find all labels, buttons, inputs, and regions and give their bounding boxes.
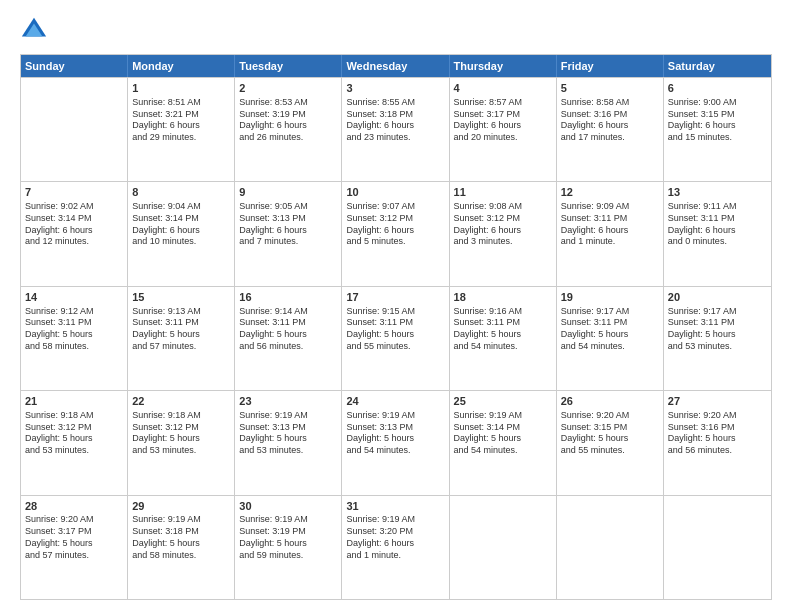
calendar-cell: 21Sunrise: 9:18 AMSunset: 3:12 PMDayligh…: [21, 391, 128, 494]
cell-text: Sunset: 3:14 PM: [454, 422, 552, 434]
cell-text: and 5 minutes.: [346, 236, 444, 248]
calendar-header-day: Monday: [128, 55, 235, 77]
day-number: 21: [25, 394, 123, 409]
day-number: 13: [668, 185, 767, 200]
cell-text: Sunset: 3:18 PM: [132, 526, 230, 538]
cell-text: Sunrise: 9:19 AM: [132, 514, 230, 526]
calendar-header-day: Friday: [557, 55, 664, 77]
day-number: 3: [346, 81, 444, 96]
cell-text: Daylight: 6 hours: [25, 225, 123, 237]
cell-text: Daylight: 6 hours: [454, 120, 552, 132]
cell-text: Sunset: 3:13 PM: [239, 213, 337, 225]
cell-text: Sunset: 3:21 PM: [132, 109, 230, 121]
cell-text: and 55 minutes.: [346, 341, 444, 353]
calendar: SundayMondayTuesdayWednesdayThursdayFrid…: [20, 54, 772, 600]
day-number: 4: [454, 81, 552, 96]
cell-text: Daylight: 5 hours: [25, 329, 123, 341]
cell-text: Sunrise: 9:04 AM: [132, 201, 230, 213]
cell-text: Daylight: 5 hours: [668, 433, 767, 445]
cell-text: and 56 minutes.: [239, 341, 337, 353]
logo-icon: [20, 16, 48, 44]
day-number: 31: [346, 499, 444, 514]
calendar-header-day: Sunday: [21, 55, 128, 77]
day-number: 15: [132, 290, 230, 305]
cell-text: and 29 minutes.: [132, 132, 230, 144]
cell-text: Sunset: 3:20 PM: [346, 526, 444, 538]
calendar-row: 28Sunrise: 9:20 AMSunset: 3:17 PMDayligh…: [21, 495, 771, 599]
calendar-cell: 7Sunrise: 9:02 AMSunset: 3:14 PMDaylight…: [21, 182, 128, 285]
cell-text: Sunset: 3:11 PM: [239, 317, 337, 329]
day-number: 12: [561, 185, 659, 200]
cell-text: Sunrise: 9:20 AM: [561, 410, 659, 422]
header: [20, 16, 772, 44]
cell-text: Sunrise: 9:20 AM: [668, 410, 767, 422]
cell-text: Sunrise: 8:58 AM: [561, 97, 659, 109]
day-number: 6: [668, 81, 767, 96]
cell-text: and 59 minutes.: [239, 550, 337, 562]
cell-text: Daylight: 6 hours: [561, 120, 659, 132]
cell-text: Sunrise: 9:08 AM: [454, 201, 552, 213]
cell-text: Sunset: 3:13 PM: [346, 422, 444, 434]
cell-text: Sunrise: 8:55 AM: [346, 97, 444, 109]
cell-text: Daylight: 5 hours: [132, 433, 230, 445]
cell-text: and 58 minutes.: [132, 550, 230, 562]
day-number: 20: [668, 290, 767, 305]
cell-text: Sunrise: 8:53 AM: [239, 97, 337, 109]
cell-text: Daylight: 5 hours: [239, 538, 337, 550]
cell-text: Sunset: 3:12 PM: [132, 422, 230, 434]
cell-text: Daylight: 5 hours: [346, 329, 444, 341]
calendar-cell: 27Sunrise: 9:20 AMSunset: 3:16 PMDayligh…: [664, 391, 771, 494]
calendar-row: 21Sunrise: 9:18 AMSunset: 3:12 PMDayligh…: [21, 390, 771, 494]
calendar-cell: 17Sunrise: 9:15 AMSunset: 3:11 PMDayligh…: [342, 287, 449, 390]
cell-text: Sunrise: 9:18 AM: [25, 410, 123, 422]
cell-text: Sunset: 3:18 PM: [346, 109, 444, 121]
cell-text: Sunset: 3:15 PM: [561, 422, 659, 434]
day-number: 2: [239, 81, 337, 96]
day-number: 11: [454, 185, 552, 200]
cell-text: Daylight: 5 hours: [25, 538, 123, 550]
cell-text: Daylight: 5 hours: [668, 329, 767, 341]
calendar-cell: 4Sunrise: 8:57 AMSunset: 3:17 PMDaylight…: [450, 78, 557, 181]
cell-text: Sunset: 3:12 PM: [25, 422, 123, 434]
cell-text: Sunset: 3:11 PM: [25, 317, 123, 329]
calendar-row: 1Sunrise: 8:51 AMSunset: 3:21 PMDaylight…: [21, 77, 771, 181]
cell-text: Sunset: 3:14 PM: [132, 213, 230, 225]
day-number: 1: [132, 81, 230, 96]
day-number: 25: [454, 394, 552, 409]
cell-text: Sunset: 3:17 PM: [25, 526, 123, 538]
calendar-cell: 11Sunrise: 9:08 AMSunset: 3:12 PMDayligh…: [450, 182, 557, 285]
cell-text: Sunset: 3:19 PM: [239, 109, 337, 121]
cell-text: Sunrise: 9:09 AM: [561, 201, 659, 213]
calendar-cell: 16Sunrise: 9:14 AMSunset: 3:11 PMDayligh…: [235, 287, 342, 390]
day-number: 8: [132, 185, 230, 200]
cell-text: Daylight: 6 hours: [132, 225, 230, 237]
day-number: 28: [25, 499, 123, 514]
calendar-cell: 23Sunrise: 9:19 AMSunset: 3:13 PMDayligh…: [235, 391, 342, 494]
cell-text: Sunrise: 9:18 AM: [132, 410, 230, 422]
cell-text: Daylight: 5 hours: [454, 329, 552, 341]
cell-text: Sunset: 3:14 PM: [25, 213, 123, 225]
day-number: 23: [239, 394, 337, 409]
cell-text: and 20 minutes.: [454, 132, 552, 144]
cell-text: Sunrise: 9:15 AM: [346, 306, 444, 318]
cell-text: Daylight: 5 hours: [561, 433, 659, 445]
calendar-cell: [21, 78, 128, 181]
cell-text: and 17 minutes.: [561, 132, 659, 144]
cell-text: Sunrise: 9:19 AM: [239, 514, 337, 526]
calendar-cell: 24Sunrise: 9:19 AMSunset: 3:13 PMDayligh…: [342, 391, 449, 494]
calendar-cell: 15Sunrise: 9:13 AMSunset: 3:11 PMDayligh…: [128, 287, 235, 390]
calendar-cell: 2Sunrise: 8:53 AMSunset: 3:19 PMDaylight…: [235, 78, 342, 181]
cell-text: and 53 minutes.: [668, 341, 767, 353]
calendar-row: 7Sunrise: 9:02 AMSunset: 3:14 PMDaylight…: [21, 181, 771, 285]
day-number: 26: [561, 394, 659, 409]
calendar-cell: 14Sunrise: 9:12 AMSunset: 3:11 PMDayligh…: [21, 287, 128, 390]
cell-text: Sunrise: 9:02 AM: [25, 201, 123, 213]
cell-text: and 56 minutes.: [668, 445, 767, 457]
cell-text: Sunset: 3:12 PM: [454, 213, 552, 225]
cell-text: Sunset: 3:19 PM: [239, 526, 337, 538]
calendar-cell: [557, 496, 664, 599]
cell-text: Sunset: 3:11 PM: [132, 317, 230, 329]
day-number: 18: [454, 290, 552, 305]
cell-text: Daylight: 6 hours: [454, 225, 552, 237]
cell-text: Sunset: 3:17 PM: [454, 109, 552, 121]
